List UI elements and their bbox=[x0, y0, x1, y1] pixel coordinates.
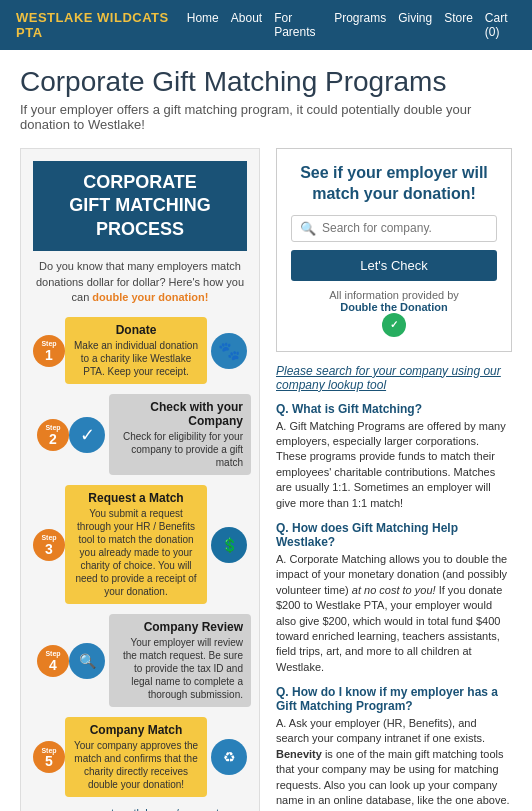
step-4-title: Company Review bbox=[117, 620, 243, 634]
faq-item-1: Q. What is Gift Matching? A. Gift Matchi… bbox=[276, 402, 512, 511]
step-2-icon: ✓ bbox=[69, 417, 105, 453]
step-1: Step 1 Donate Make an individual donatio… bbox=[33, 317, 247, 384]
step-1-badge: Step 1 bbox=[33, 335, 65, 367]
right-column: See if your employer will match your don… bbox=[276, 148, 512, 811]
step-4: Step 4 Company Review Your employer will… bbox=[33, 614, 247, 707]
company-search-input[interactable] bbox=[322, 221, 488, 235]
page-subtitle: If your employer offers a gift matching … bbox=[20, 102, 512, 132]
nav-store[interactable]: Store bbox=[444, 11, 473, 39]
info-text: All information provided by Double the D… bbox=[291, 289, 497, 337]
lookup-link[interactable]: Please search for your company using our… bbox=[276, 364, 512, 392]
corporate-subtitle: Do you know that many employers match do… bbox=[33, 259, 247, 305]
nav-links: Home About For Parents Programs Giving S… bbox=[187, 11, 516, 39]
faq-1-question: Q. What is Gift Matching? bbox=[276, 402, 512, 416]
faq-2-question: Q. How does Gift Matching Help Westlake? bbox=[276, 521, 512, 549]
nav-giving[interactable]: Giving bbox=[398, 11, 432, 39]
step-4-card: Company Review Your employer will review… bbox=[109, 614, 251, 707]
step-4-icon: 🔍 bbox=[69, 643, 105, 679]
nav-for-parents[interactable]: For Parents bbox=[274, 11, 322, 39]
employer-title: See if your employer will match your don… bbox=[291, 163, 497, 205]
step-3-badge: Step 3 bbox=[33, 529, 65, 561]
step-3-icon: 💲 bbox=[211, 527, 247, 563]
faq-3-answer: A. Ask your employer (HR, Benefits), and… bbox=[276, 716, 512, 808]
lets-check-button[interactable]: Let's Check bbox=[291, 250, 497, 281]
step-5-title: Company Match bbox=[73, 723, 199, 737]
faq-item-2: Q. How does Gift Matching Help Westlake?… bbox=[276, 521, 512, 675]
dd-logo: ✓ bbox=[382, 313, 406, 337]
step-4-badge: Step 4 bbox=[37, 645, 69, 677]
faq-section: Q. What is Gift Matching? A. Gift Matchi… bbox=[276, 402, 512, 811]
corporate-title: CORPORATEGIFT MATCHINGPROCESS bbox=[33, 161, 247, 251]
faq-1-answer: A. Gift Matching Programs are offered by… bbox=[276, 419, 512, 511]
step-5: Step 5 Company Match Your company approv… bbox=[33, 717, 247, 797]
support-link[interactable]: www.supportwestlake.org/corporate-matchi… bbox=[33, 807, 247, 811]
nav-brand[interactable]: WESTLAKE WILDCATS PTA bbox=[16, 10, 187, 40]
left-column: CORPORATEGIFT MATCHINGPROCESS Do you kno… bbox=[20, 148, 260, 811]
faq-3-question: Q. How do I know if my employer has a Gi… bbox=[276, 685, 512, 713]
nav-cart[interactable]: Cart (0) bbox=[485, 11, 516, 39]
step-2-desc: Check for eligibility for your company t… bbox=[117, 430, 243, 469]
step-3-desc: You submit a request through your HR / B… bbox=[73, 507, 199, 598]
nav-programs[interactable]: Programs bbox=[334, 11, 386, 39]
step-5-badge: Step 5 bbox=[33, 741, 65, 773]
step-2-card: Check with your Company Check for eligib… bbox=[109, 394, 251, 475]
step-1-desc: Make an individual donation to a charity… bbox=[73, 339, 199, 378]
step-5-card: Company Match Your company approves the … bbox=[65, 717, 207, 797]
step-1-title: Donate bbox=[73, 323, 199, 337]
step-4-desc: Your employer will review the match requ… bbox=[117, 636, 243, 701]
step-1-icon: 🐾 bbox=[211, 333, 247, 369]
step-3: Step 3 Request a Match You submit a requ… bbox=[33, 485, 247, 604]
employer-box: See if your employer will match your don… bbox=[276, 148, 512, 352]
step-2-badge: Step 2 bbox=[37, 419, 69, 451]
step-5-icon: ♻ bbox=[211, 739, 247, 775]
faq-item-3: Q. How do I know if my employer has a Gi… bbox=[276, 685, 512, 808]
step-3-title: Request a Match bbox=[73, 491, 199, 505]
search-icon: 🔍 bbox=[300, 221, 316, 236]
corporate-box: CORPORATEGIFT MATCHINGPROCESS Do you kno… bbox=[20, 148, 260, 811]
nav-home[interactable]: Home bbox=[187, 11, 219, 39]
page-title: Corporate Gift Matching Programs bbox=[20, 66, 512, 98]
nav-about[interactable]: About bbox=[231, 11, 262, 39]
step-2-title: Check with your Company bbox=[117, 400, 243, 428]
step-5-desc: Your company approves the match and conf… bbox=[73, 739, 199, 791]
navigation: WESTLAKE WILDCATS PTA Home About For Par… bbox=[0, 0, 532, 50]
step-1-card: Donate Make an individual donation to a … bbox=[65, 317, 207, 384]
step-3-card: Request a Match You submit a request thr… bbox=[65, 485, 207, 604]
step-2: Step 2 Check with your Company Check for… bbox=[33, 394, 247, 475]
faq-2-answer: A. Corporate Matching allows you to doub… bbox=[276, 552, 512, 675]
search-bar[interactable]: 🔍 bbox=[291, 215, 497, 242]
